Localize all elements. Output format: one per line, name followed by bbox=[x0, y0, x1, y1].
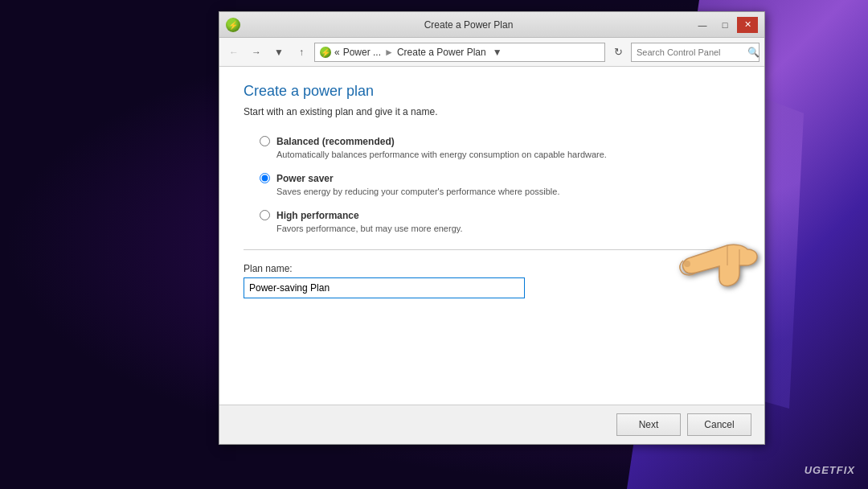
balanced-desc: Automatically balances performance with … bbox=[276, 150, 607, 159]
window-icon bbox=[226, 18, 240, 32]
high-performance-name[interactable]: High performance bbox=[276, 210, 359, 221]
high-performance-radio[interactable] bbox=[260, 210, 270, 220]
power-saver-desc: Saves energy by reducing your computer's… bbox=[276, 187, 559, 196]
addressbar: ← → ▼ ↑ « Power ... ► Create a Power Pla… bbox=[219, 38, 764, 67]
address-path[interactable]: « Power ... ► Create a Power Plan ▼ bbox=[314, 43, 605, 62]
section-divider bbox=[244, 249, 740, 250]
page-subtitle: Start with an existing plan and give it … bbox=[244, 106, 740, 117]
close-button[interactable]: ✕ bbox=[737, 17, 758, 33]
path-separator: « bbox=[334, 47, 340, 58]
next-button[interactable]: Next bbox=[616, 413, 681, 436]
plan-name-label: Plan name: bbox=[244, 263, 740, 274]
power-saver-option: Power saver Saves energy by reducing you… bbox=[260, 171, 740, 196]
bottom-bar: Next Cancel bbox=[219, 405, 764, 444]
balanced-radio[interactable] bbox=[260, 136, 270, 146]
high-performance-option: High performance Favors performance, but… bbox=[260, 208, 740, 233]
forward-button[interactable]: → bbox=[247, 43, 266, 62]
search-input[interactable] bbox=[637, 47, 747, 57]
minimize-button[interactable]: — bbox=[692, 17, 713, 33]
window-title: Create a Power Plan bbox=[245, 19, 692, 31]
search-box: 🔍 bbox=[631, 43, 760, 62]
plan-name-section: Plan name: bbox=[244, 263, 740, 298]
plan-name-input[interactable] bbox=[244, 277, 525, 298]
power-saver-name[interactable]: Power saver bbox=[276, 173, 334, 184]
plan-options-list: Balanced (recommended) Automatically bal… bbox=[260, 134, 740, 233]
balanced-option: Balanced (recommended) Automatically bal… bbox=[260, 134, 740, 159]
maximize-button[interactable]: □ bbox=[714, 17, 735, 33]
cancel-button[interactable]: Cancel bbox=[687, 413, 751, 436]
breadcrumb-arrow: ► bbox=[384, 47, 394, 58]
content-area: Create a power plan Start with an existi… bbox=[219, 67, 764, 405]
power-breadcrumb: Power ... bbox=[343, 47, 381, 58]
high-performance-desc: Favors performance, but may use more ene… bbox=[276, 224, 463, 233]
address-dropdown-btn[interactable]: ▼ bbox=[489, 47, 506, 58]
page-title: Create a power plan bbox=[244, 83, 740, 100]
dropdown-button[interactable]: ▼ bbox=[269, 43, 289, 62]
balanced-name[interactable]: Balanced (recommended) bbox=[276, 136, 395, 147]
watermark: UGETFIX bbox=[805, 464, 855, 476]
up-button[interactable]: ↑ bbox=[292, 43, 311, 62]
titlebar: Create a Power Plan — □ ✕ bbox=[219, 12, 764, 38]
titlebar-buttons: — □ ✕ bbox=[692, 17, 758, 33]
back-button[interactable]: ← bbox=[224, 43, 244, 62]
control-panel-window: Create a Power Plan — □ ✕ ← → ▼ ↑ « Powe… bbox=[219, 11, 765, 445]
path-icon bbox=[320, 47, 331, 58]
power-saver-radio[interactable] bbox=[260, 173, 270, 183]
current-breadcrumb: Create a Power Plan bbox=[397, 47, 486, 58]
search-icon[interactable]: 🔍 bbox=[747, 47, 760, 58]
refresh-button[interactable]: ↻ bbox=[608, 43, 628, 62]
